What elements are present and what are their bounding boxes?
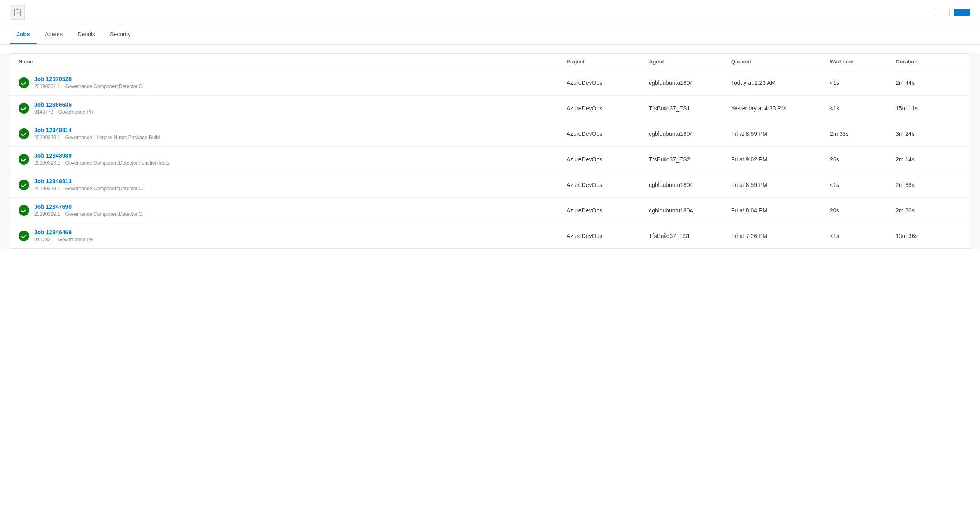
job-wait-time: 2m 33s bbox=[830, 131, 896, 137]
job-cell: Job 12347690 20190329.1 Governance.Compo… bbox=[19, 203, 567, 217]
job-id: 20190329.1 bbox=[34, 186, 60, 191]
job-name-link[interactable]: Job 12348814 bbox=[34, 127, 160, 133]
job-queued: Fri at 7:26 PM bbox=[731, 233, 830, 239]
table-row: Job 12366635 9143773 Governance.PR Azure… bbox=[10, 96, 970, 121]
table-header: Name Project Agent Queued Wait time Dura… bbox=[10, 54, 970, 70]
page-header: 📋 bbox=[0, 0, 980, 25]
job-agent: cgbldubuntu1804 bbox=[649, 182, 731, 188]
job-cell: Job 12370528 20190331.1 Governance.Compo… bbox=[19, 76, 567, 89]
job-queued: Fri at 9:02 PM bbox=[731, 156, 830, 163]
job-meta: 20190329.1 Governance - Legacy Nuget Pac… bbox=[34, 135, 160, 140]
job-agent: TfsBuild37_ES1 bbox=[649, 105, 731, 112]
job-project: AzureDevOps bbox=[567, 182, 649, 188]
job-queued: Yesterday at 4:33 PM bbox=[731, 105, 830, 112]
job-duration: 2m 38s bbox=[896, 182, 961, 188]
status-success-icon bbox=[19, 180, 29, 190]
table-row: Job 12348989 20190329.1 Governance.Compo… bbox=[10, 147, 970, 172]
table-body: Job 12370528 20190331.1 Governance.Compo… bbox=[10, 70, 970, 248]
header-left: 📋 bbox=[10, 5, 30, 20]
job-cell: Job 12366635 9143773 Governance.PR bbox=[19, 101, 567, 115]
job-name-link[interactable]: Job 12348989 bbox=[34, 152, 169, 159]
job-desc: Governance.ComponentDetector.FunctionTes… bbox=[65, 160, 169, 166]
job-queued: Fri at 8:59 PM bbox=[731, 131, 830, 137]
job-id: 20190331.1 bbox=[34, 84, 60, 89]
new-agent-button[interactable] bbox=[954, 9, 970, 16]
job-id: 20190329.1 bbox=[34, 211, 60, 217]
job-name-link[interactable]: Job 12366635 bbox=[34, 101, 93, 108]
app-icon: 📋 bbox=[10, 5, 25, 20]
job-duration: 3m 24s bbox=[896, 131, 961, 137]
job-queued: Today at 2:23 AM bbox=[731, 79, 830, 86]
job-desc: Governance.ComponentDetector.CI bbox=[65, 211, 144, 217]
job-wait-time: <1s bbox=[830, 105, 896, 112]
table-row: Job 12370528 20190331.1 Governance.Compo… bbox=[10, 70, 970, 96]
table-row: Job 12347690 20190329.1 Governance.Compo… bbox=[10, 198, 970, 223]
job-wait-time: <1s bbox=[830, 182, 896, 188]
job-name-link[interactable]: Job 12346469 bbox=[34, 229, 93, 236]
tab-jobs[interactable]: Jobs bbox=[10, 25, 37, 44]
job-cell: Job 12346469 9117821 Governance.PR bbox=[19, 229, 567, 243]
job-project: AzureDevOps bbox=[567, 207, 649, 214]
job-name-link[interactable]: Job 12348813 bbox=[34, 178, 144, 184]
col-wait-time: Wait time bbox=[830, 58, 896, 65]
job-id: 20190329.1 bbox=[34, 135, 60, 140]
job-desc: Governance.PR bbox=[58, 237, 93, 243]
status-success-icon bbox=[19, 103, 29, 114]
job-cell: Job 12348813 20190329.1 Governance.Compo… bbox=[19, 178, 567, 191]
job-info: Job 12348813 20190329.1 Governance.Compo… bbox=[34, 178, 144, 191]
table-row: Job 12348814 20190329.1 Governance - Leg… bbox=[10, 121, 970, 147]
job-agent: TfsBuild37_ES1 bbox=[649, 233, 731, 239]
job-project: AzureDevOps bbox=[567, 105, 649, 112]
job-info: Job 12348814 20190329.1 Governance - Leg… bbox=[34, 127, 160, 140]
job-cell: Job 12348814 20190329.1 Governance - Leg… bbox=[19, 127, 567, 140]
tab-security[interactable]: Security bbox=[103, 25, 137, 44]
col-name: Name bbox=[19, 58, 567, 65]
status-success-icon bbox=[19, 231, 29, 241]
main-content: Name Project Agent Queued Wait time Dura… bbox=[0, 53, 980, 249]
col-agent: Agent bbox=[649, 58, 731, 65]
job-info: Job 12346469 9117821 Governance.PR bbox=[34, 229, 93, 243]
job-agent: TfsBuild37_ES2 bbox=[649, 156, 731, 163]
col-project: Project bbox=[567, 58, 649, 65]
job-id: 9117821 bbox=[34, 237, 53, 243]
tab-details[interactable]: Details bbox=[71, 25, 102, 44]
job-info: Job 12347690 20190329.1 Governance.Compo… bbox=[34, 203, 144, 217]
job-meta: 20190329.1 Governance.ComponentDetector.… bbox=[34, 186, 144, 191]
job-meta: 20190329.1 Governance.ComponentDetector.… bbox=[34, 160, 169, 166]
status-success-icon bbox=[19, 154, 29, 165]
job-name-link[interactable]: Job 12347690 bbox=[34, 203, 144, 210]
status-success-icon bbox=[19, 205, 29, 216]
job-wait-time: <1s bbox=[830, 79, 896, 86]
table-row: Job 12346469 9117821 Governance.PR Azure… bbox=[10, 223, 970, 248]
status-success-icon bbox=[19, 77, 29, 88]
job-desc: Governance - Legacy Nuget Package Build bbox=[65, 135, 160, 140]
job-cell: Job 12348989 20190329.1 Governance.Compo… bbox=[19, 152, 567, 166]
tab-agents[interactable]: Agents bbox=[38, 25, 70, 44]
job-name-link[interactable]: Job 12370528 bbox=[34, 76, 144, 82]
job-project: AzureDevOps bbox=[567, 156, 649, 163]
job-duration: 2m 44s bbox=[896, 79, 961, 86]
update-all-agents-button[interactable] bbox=[934, 9, 950, 16]
col-duration: Duration bbox=[896, 58, 961, 65]
job-queued: Fri at 8:04 PM bbox=[731, 207, 830, 214]
job-wait-time: 20s bbox=[830, 207, 896, 214]
job-project: AzureDevOps bbox=[567, 131, 649, 137]
job-meta: 20190329.1 Governance.ComponentDetector.… bbox=[34, 211, 144, 217]
table-row: Job 12348813 20190329.1 Governance.Compo… bbox=[10, 172, 970, 198]
job-wait-time: <1s bbox=[830, 233, 896, 239]
tab-bar: Jobs Agents Details Security bbox=[0, 25, 980, 45]
jobs-table: Name Project Agent Queued Wait time Dura… bbox=[10, 53, 970, 249]
job-id: 20190329.1 bbox=[34, 160, 60, 166]
job-duration: 13m 36s bbox=[896, 233, 961, 239]
job-agent: cgbldubuntu1804 bbox=[649, 131, 731, 137]
job-duration: 2m 30s bbox=[896, 207, 961, 214]
job-duration: 2m 14s bbox=[896, 156, 961, 163]
col-queued: Queued bbox=[731, 58, 830, 65]
job-info: Job 12366635 9143773 Governance.PR bbox=[34, 101, 93, 115]
job-desc: Governance.ComponentDetector.CI bbox=[65, 186, 144, 191]
job-desc: Governance.ComponentDetector.CI bbox=[65, 84, 144, 89]
header-actions bbox=[934, 9, 970, 16]
job-project: AzureDevOps bbox=[567, 79, 649, 86]
job-info: Job 12370528 20190331.1 Governance.Compo… bbox=[34, 76, 144, 89]
job-id: 9143773 bbox=[34, 109, 53, 115]
